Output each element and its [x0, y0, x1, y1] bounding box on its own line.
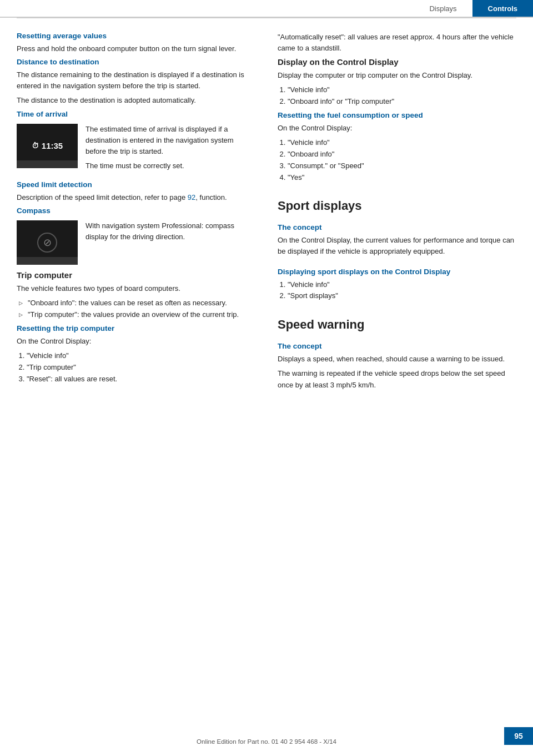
page-header: Displays Controls [0, 0, 533, 18]
distance-title: Distance to destination [17, 58, 255, 66]
section-compass: Compass ⊘ With navigation system Profess… [17, 206, 255, 265]
section-resetting-fuel: Resetting the fuel consumption or speed … [278, 111, 516, 183]
resetting-average-title: Resetting average values [17, 32, 255, 40]
section-display-control: Display on the Control Display Display t… [278, 57, 516, 108]
display-control-list: "Vehicle info" "Onboard info" or "Trip c… [278, 84, 516, 108]
displaying-sport-item1: "Vehicle info" [288, 279, 516, 291]
time-arrival-image-block: ⏱ 11:35 The estimated time of arrival is… [17, 124, 255, 175]
section-sport-displays: Sport displays The concept On the Contro… [278, 199, 516, 302]
header-tabs: Displays Controls [414, 0, 533, 17]
speed-warning-major-title: Speed warning [278, 317, 516, 332]
speed-limit-text-after: , function. [195, 193, 227, 201]
section-trip-computer: Trip computer The vehicle features two t… [17, 270, 255, 321]
page-footer: Online Edition for Part no. 01 40 2 954 … [0, 738, 533, 745]
trip-computer-title: Trip computer [17, 270, 255, 280]
time-arrival-thumbnail: ⏱ 11:35 [17, 124, 78, 168]
sport-displays-major-title: Sport displays [278, 199, 516, 213]
displaying-sport-list: "Vehicle info" "Sport displays" [278, 279, 516, 303]
resetting-fuel-item3: "Consumpt." or "Speed" [288, 160, 516, 172]
resetting-fuel-item4: "Yes" [288, 172, 516, 184]
compass-text: With navigation system Professional: com… [86, 220, 255, 246]
main-content: Resetting average values Press and hold … [0, 18, 533, 416]
compass-image-block: ⊘ With navigation system Professional: c… [17, 220, 255, 265]
speed-warning-para2: The warning is repeated if the vehicle s… [278, 368, 516, 390]
resetting-trip-list: "Vehicle info" "Trip computer" "Reset": … [17, 350, 255, 385]
sport-concept-body: On the Control Display, the current valu… [278, 235, 516, 257]
resetting-trip-title: Resetting the trip computer [17, 324, 255, 332]
speed-warning-para1: Displays a speed, when reached, should c… [278, 354, 516, 365]
right-column: "Automatically reset": all values are re… [278, 32, 516, 394]
clock-display: ⏱ 11:35 [32, 141, 63, 150]
trip-computer-body: The vehicle features two types of board … [17, 283, 255, 294]
resetting-average-body: Press and hold the onboard computer butt… [17, 43, 255, 54]
resetting-fuel-intro: On the Control Display: [278, 123, 516, 134]
clock-time: 11:35 [42, 141, 63, 150]
compass-description: With navigation system Professional: com… [86, 220, 255, 243]
page-number: 95 [504, 727, 533, 745]
speed-limit-body: Description of the speed limit detection… [17, 192, 255, 203]
auto-reset-text: "Automatically reset": all values are re… [278, 32, 516, 54]
clock-icon: ⏱ [32, 142, 39, 150]
resetting-trip-intro: On the Control Display: [17, 336, 255, 347]
thumbnail-bottom-bar [17, 160, 78, 168]
compass-thumbnail: ⊘ [17, 220, 78, 265]
tab-controls[interactable]: Controls [472, 0, 533, 17]
resetting-fuel-item1: "Vehicle info" [288, 137, 516, 149]
left-column: Resetting average values Press and hold … [17, 32, 255, 394]
section-speed-warning: Speed warning The concept Displays a spe… [278, 317, 516, 390]
compass-title: Compass [17, 206, 255, 215]
bullet-onboard-info: "Onboard info": the values can be reset … [19, 298, 255, 309]
resetting-trip-item2: "Trip computer" [27, 362, 255, 374]
time-arrival-text2: The time must be correctly set. [86, 160, 255, 172]
section-distance: Distance to destination The distance rem… [17, 58, 255, 106]
section-time-of-arrival: Time of arrival ⏱ 11:35 The estimated ti… [17, 110, 255, 175]
display-control-item1: "Vehicle info" [288, 84, 516, 96]
trip-computer-bullets: "Onboard info": the values can be reset … [17, 298, 255, 321]
tab-displays[interactable]: Displays [414, 0, 472, 17]
display-control-item2: "Onboard info" or "Trip computer" [288, 96, 516, 108]
resetting-trip-item3: "Reset": all values are reset. [27, 374, 255, 385]
displaying-sport-title: Displaying sport displays on the Control… [278, 268, 516, 276]
time-arrival-text: The estimated time of arrival is display… [86, 124, 255, 175]
distance-para2: The distance to the destination is adopt… [17, 95, 255, 106]
section-speed-limit: Speed limit detection Description of the… [17, 180, 255, 203]
section-resetting-average: Resetting average values Press and hold … [17, 32, 255, 54]
resetting-fuel-title: Resetting the fuel consumption or speed [278, 111, 516, 119]
tab-displays-label: Displays [429, 4, 456, 13]
section-resetting-trip: Resetting the trip computer On the Contr… [17, 324, 255, 385]
speed-limit-title: Speed limit detection [17, 180, 255, 189]
compass-bottom-bar [17, 257, 78, 265]
resetting-trip-item1: "Vehicle info" [27, 350, 255, 362]
compass-icon: ⊘ [37, 233, 57, 253]
speed-warning-concept-title: The concept [278, 342, 516, 350]
sport-concept-title: The concept [278, 223, 516, 231]
displaying-sport-item2: "Sport displays" [288, 290, 516, 302]
distance-para1: The distance remaining to the destinatio… [17, 69, 255, 92]
bullet-trip-computer: "Trip computer": the values provide an o… [19, 309, 255, 321]
time-arrival-text1: The estimated time of arrival is display… [86, 124, 255, 157]
footer-text: Online Edition for Part no. 01 40 2 954 … [197, 738, 336, 745]
display-control-body: Display the computer or trip computer on… [278, 70, 516, 81]
speed-limit-link[interactable]: 92 [188, 193, 195, 201]
time-arrival-title: Time of arrival [17, 110, 255, 118]
speed-limit-text-before: Description of the speed limit detection… [17, 193, 188, 201]
resetting-fuel-item2: "Onboard info" [288, 149, 516, 160]
resetting-fuel-list: "Vehicle info" "Onboard info" "Consumpt.… [278, 137, 516, 183]
tab-controls-label: Controls [488, 4, 517, 13]
display-control-title: Display on the Control Display [278, 57, 516, 67]
